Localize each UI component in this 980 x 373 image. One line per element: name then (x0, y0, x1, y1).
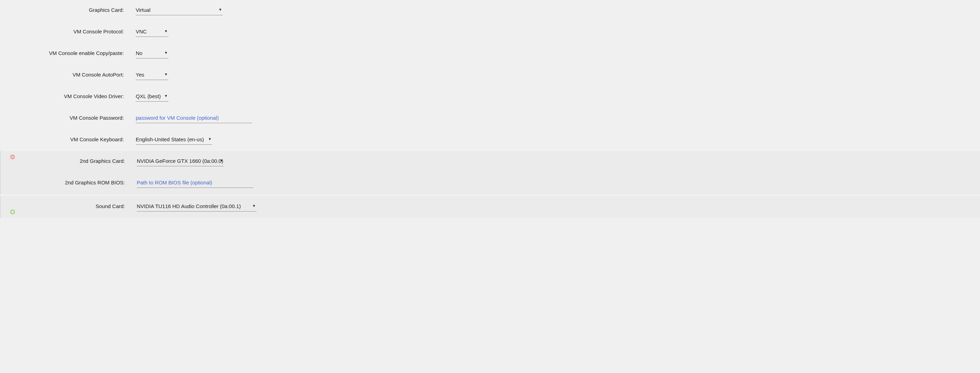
label-second-rom-bios: 2nd Graphics ROM BIOS: (5, 179, 125, 186)
input-vm-console-password[interactable] (136, 114, 252, 123)
select-vm-console-autoport-value: Yes (136, 71, 152, 80)
select-second-graphics-card-value: NVIDIA GeForce GTX 1660 (0a:00.0) (137, 157, 231, 166)
row-vm-console-autoport: VM Console AutoPort: Yes ▼ (4, 65, 980, 86)
label-graphics-card: Graphics Card: (4, 6, 124, 13)
select-vm-console-protocol-value: VNC (136, 28, 154, 37)
vm-settings-form: Graphics Card: Virtual ▼ VM Console Prot… (0, 0, 980, 218)
row-vm-console-video-driver: VM Console Video Driver: QXL (best) ▼ (4, 86, 980, 108)
select-sound-card-value: NVIDIA TU116 HD Audio Controller (0a:00.… (137, 203, 248, 211)
select-graphics-card-value: Virtual (136, 6, 158, 15)
input-second-rom-bios[interactable] (137, 179, 253, 188)
select-sound-card[interactable]: NVIDIA TU116 HD Audio Controller (0a:00.… (137, 203, 256, 211)
select-vm-console-keyboard-value: English-United States (en-us) (136, 136, 212, 144)
chevron-down-icon: ▼ (164, 51, 168, 55)
section-primary-graphics: Graphics Card: Virtual ▼ VM Console Prot… (0, 0, 980, 151)
chevron-down-icon: ▼ (164, 29, 168, 33)
select-vm-console-video-driver-value: QXL (best) (136, 92, 169, 101)
label-vm-console-password: VM Console Password: (4, 114, 124, 121)
chevron-down-icon: ▼ (252, 204, 256, 208)
add-icon[interactable] (10, 210, 15, 214)
row-vm-console-copy-paste: VM Console enable Copy/paste: No ▼ (4, 43, 980, 65)
select-second-graphics-card[interactable]: NVIDIA GeForce GTX 1660 (0a:00.0) ▼ (137, 157, 224, 166)
label-vm-console-protocol: VM Console Protocol: (4, 28, 124, 35)
select-vm-console-protocol[interactable]: VNC ▼ (136, 28, 169, 37)
label-sound-card: Sound Card: (5, 203, 125, 209)
row-vm-console-protocol: VM Console Protocol: VNC ▼ (4, 22, 980, 43)
select-vm-console-autoport[interactable]: Yes ▼ (136, 71, 169, 80)
label-second-graphics-card: 2nd Graphics Card: (5, 157, 125, 164)
section-second-graphics: 2nd Graphics Card: NVIDIA GeForce GTX 16… (0, 151, 980, 194)
select-vm-console-copy-paste-value: No (136, 49, 150, 58)
row-graphics-card: Graphics Card: Virtual ▼ (4, 0, 980, 22)
label-vm-console-video-driver: VM Console Video Driver: (4, 92, 124, 99)
select-graphics-card[interactable]: Virtual ▼ (136, 6, 223, 15)
row-vm-console-password: VM Console Password: (4, 108, 980, 129)
row-second-graphics-card: 2nd Graphics Card: NVIDIA GeForce GTX 16… (5, 151, 980, 173)
label-vm-console-autoport: VM Console AutoPort: (4, 71, 124, 78)
chevron-down-icon: ▼ (218, 8, 222, 11)
remove-icon[interactable] (10, 154, 15, 159)
row-vm-console-keyboard: VM Console Keyboard: English-United Stat… (4, 129, 980, 151)
chevron-down-icon: ▼ (164, 72, 168, 76)
select-vm-console-keyboard[interactable]: English-United States (en-us) ▼ (136, 136, 212, 145)
label-vm-console-keyboard: VM Console Keyboard: (4, 136, 124, 142)
row-second-rom-bios: 2nd Graphics ROM BIOS: (5, 173, 980, 194)
row-sound-card: Sound Card: NVIDIA TU116 HD Audio Contro… (5, 196, 980, 218)
section-sound: Sound Card: NVIDIA TU116 HD Audio Contro… (0, 196, 980, 218)
select-vm-console-copy-paste[interactable]: No ▼ (136, 49, 169, 59)
select-vm-console-video-driver[interactable]: QXL (best) ▼ (136, 92, 169, 102)
label-vm-console-copy-paste: VM Console enable Copy/paste: (4, 49, 124, 56)
